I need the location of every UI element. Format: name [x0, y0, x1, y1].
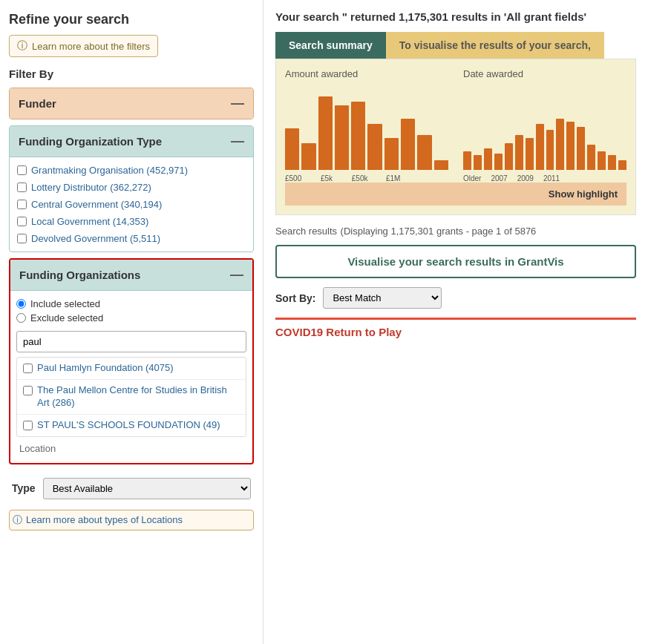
org-type-checkbox-4[interactable] [17, 234, 27, 243]
amount-label-6: £1M [386, 174, 400, 183]
tab-search-summary[interactable]: Search summary [275, 32, 386, 59]
date-label-5 [536, 174, 541, 183]
org-label-2[interactable]: ST PAUL'S SCHOOLS FOUNDATION (49) [37, 419, 220, 432]
search-results-sub: (Displaying 1,175,301 grants - page 1 of… [341, 226, 537, 237]
include-selected-radio[interactable] [16, 299, 26, 309]
org-checkbox-2[interactable] [23, 421, 33, 430]
date-label-6: 2011 [543, 174, 560, 183]
date-chart-labels: Older 2007 2009 2011 [463, 174, 626, 183]
date-bar-0 [463, 151, 471, 170]
date-bar-13 [598, 151, 606, 170]
amount-bar-8 [417, 135, 431, 170]
amount-bar-4 [351, 102, 365, 170]
date-label-2: 2007 [491, 174, 507, 183]
amount-label-7 [402, 174, 416, 183]
funder-header[interactable]: Funder — [10, 88, 253, 119]
tab-visualise[interactable]: To visualise the results of your search, [386, 32, 604, 59]
org-type-count-1: (362,272) [110, 182, 151, 193]
date-bar-11 [577, 127, 585, 170]
show-highlight-label: Show highlight [549, 188, 618, 200]
visualise-button[interactable]: Visualise your search results in GrantVi… [275, 245, 636, 278]
amount-chart-labels: £500 £5k £50k £1M [285, 174, 448, 183]
date-label-4: 2009 [517, 174, 534, 183]
org-label-0[interactable]: Paul Hamlyn Foundation (4075) [37, 362, 174, 375]
funder-section: Funder — [9, 88, 254, 119]
org-label-1[interactable]: The Paul Mellon Centre for Studies in Br… [37, 384, 240, 410]
amount-label-5 [370, 174, 384, 183]
show-highlight-bar: Show highlight [285, 183, 626, 206]
funding-org-type-collapse-icon: — [231, 134, 244, 149]
date-bar-8 [546, 130, 554, 170]
date-bar-chart [463, 84, 626, 173]
date-bar-7 [536, 124, 544, 170]
org-type-checkbox-2[interactable] [17, 200, 27, 209]
include-exclude-group: Include selected Exclude selected [16, 297, 246, 325]
date-label-13 [606, 174, 612, 183]
include-selected-label[interactable]: Include selected [30, 298, 100, 309]
type-label: Type [12, 482, 36, 494]
funder-collapse-icon: — [231, 96, 244, 111]
funder-label: Funder [19, 97, 56, 110]
date-bar-10 [566, 122, 575, 170]
tabs-row: Search summary To visualise the results … [275, 32, 636, 59]
amount-label-8 [419, 174, 433, 183]
date-bar-4 [505, 143, 513, 170]
org-item-1: The Paul Mellon Centre for Studies in Br… [17, 380, 246, 415]
date-label-14 [614, 174, 619, 183]
amount-label-9 [434, 174, 448, 183]
org-type-label-1[interactable]: Lottery Distributor (362,272) [31, 182, 151, 193]
org-checkbox-0[interactable] [23, 364, 33, 373]
org-type-label-3[interactable]: Local Government (14,353) [31, 216, 148, 227]
org-type-item-0: Grantmaking Organisation (452,971) [16, 162, 247, 179]
exclude-selected-radio[interactable] [16, 313, 26, 323]
date-bar-2 [484, 148, 492, 170]
tab-visualise-label: To visualise the results of your search, [399, 39, 591, 51]
date-label-7 [562, 174, 567, 183]
amount-label-0: £500 [285, 174, 301, 183]
learn-more-locations-button[interactable]: ⓘ Learn more about types of Locations [9, 510, 254, 530]
exclude-selected-label[interactable]: Exclude selected [30, 312, 103, 323]
org-type-checkbox-3[interactable] [17, 217, 27, 226]
amount-chart: Amount awarded £500 [285, 68, 448, 183]
funding-orgs-header[interactable]: Funding Organizations — [10, 260, 252, 291]
amount-bar-3 [335, 105, 349, 170]
funding-org-type-header[interactable]: Funding Organization Type — [10, 126, 253, 157]
search-result-header: Your search " returned 1,175,301 results… [275, 10, 636, 23]
charts-row: Amount awarded £500 [285, 68, 626, 183]
org-type-label-2[interactable]: Central Government (340,194) [31, 199, 162, 210]
learn-more-filters-button[interactable]: ⓘ Learn more about the filters [9, 35, 158, 57]
left-panel: Refine your search ⓘ Learn more about th… [0, 0, 264, 644]
exclude-selected-item: Exclude selected [16, 311, 246, 325]
date-bar-15 [618, 160, 626, 170]
org-type-label-0[interactable]: Grantmaking Organisation (452,971) [31, 165, 188, 176]
date-bar-3 [494, 154, 503, 170]
type-section: Type Best Available Exact Approximate [9, 470, 254, 507]
date-label-0: Older [463, 174, 481, 183]
org-type-count-3: (14,353) [113, 216, 148, 227]
type-select[interactable]: Best Available Exact Approximate [43, 478, 251, 499]
date-chart: Date awarded [463, 68, 626, 183]
org-type-item-4: Devolved Government (5,511) [16, 230, 247, 247]
filter-by-label: Filter By [9, 68, 254, 80]
search-results-title: Search results (Displaying 1,175,301 gra… [275, 224, 636, 237]
sort-label: Sort By: [275, 292, 315, 304]
org-type-label-4[interactable]: Devolved Government (5,511) [31, 233, 160, 244]
location-label: Location [16, 437, 246, 457]
date-bar-12 [587, 145, 595, 170]
funding-orgs-search-input[interactable] [16, 331, 246, 352]
date-label-1 [483, 174, 488, 183]
date-bar-6 [526, 138, 534, 170]
include-selected-item: Include selected [16, 297, 246, 311]
search-results-label: Search results [275, 226, 337, 237]
org-type-checkbox-0[interactable] [17, 165, 27, 175]
org-checkbox-1[interactable] [23, 386, 33, 395]
org-type-checkbox-1[interactable] [17, 183, 27, 192]
date-label-10 [584, 174, 589, 183]
learn-more-locations-label: Learn more about types of Locations [26, 514, 183, 525]
date-label-8 [569, 174, 575, 183]
org-item-2: ST PAUL'S SCHOOLS FOUNDATION (49) [17, 415, 246, 436]
org-type-item-2: Central Government (340,194) [16, 196, 247, 213]
sort-select[interactable]: Best Match Date Amount [323, 287, 442, 309]
info-icon-2: ⓘ [13, 513, 22, 527]
org-type-count-4: (5,511) [130, 233, 160, 244]
